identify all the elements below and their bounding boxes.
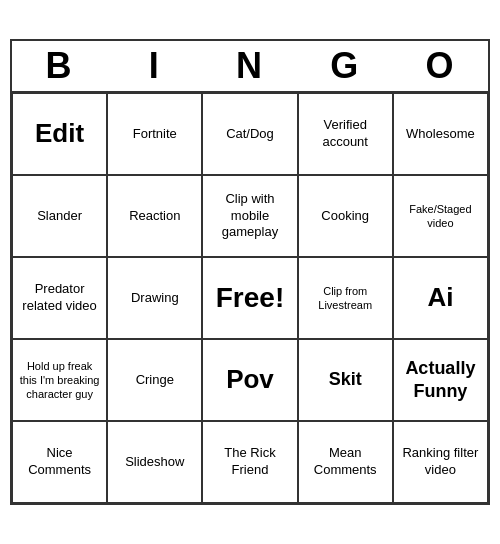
bingo-cell-0[interactable]: Edit [12,93,107,175]
header-g: G [298,41,393,91]
bingo-cell-11[interactable]: Drawing [107,257,202,339]
bingo-cell-3[interactable]: Verified account [298,93,393,175]
bingo-cell-5[interactable]: Slander [12,175,107,257]
bingo-cell-20[interactable]: Nice Comments [12,421,107,503]
bingo-cell-14[interactable]: Ai [393,257,488,339]
bingo-cell-21[interactable]: Slideshow [107,421,202,503]
bingo-cell-23[interactable]: Mean Comments [298,421,393,503]
bingo-cell-16[interactable]: Cringe [107,339,202,421]
bingo-cell-10[interactable]: Predator related video [12,257,107,339]
header-n: N [202,41,297,91]
bingo-cell-7[interactable]: Clip with mobile gameplay [202,175,297,257]
bingo-grid: EditFortniteCat/DogVerified accountWhole… [12,91,488,503]
bingo-cell-4[interactable]: Wholesome [393,93,488,175]
bingo-cell-22[interactable]: The Rick Friend [202,421,297,503]
bingo-cell-24[interactable]: Ranking filter video [393,421,488,503]
header-o: O [393,41,488,91]
header-b: B [12,41,107,91]
bingo-cell-1[interactable]: Fortnite [107,93,202,175]
bingo-header: B I N G O [12,41,488,91]
bingo-cell-15[interactable]: Hold up freak this I'm breaking characte… [12,339,107,421]
bingo-cell-8[interactable]: Cooking [298,175,393,257]
bingo-cell-12[interactable]: Free! [202,257,297,339]
bingo-cell-9[interactable]: Fake/Staged video [393,175,488,257]
bingo-cell-17[interactable]: Pov [202,339,297,421]
bingo-cell-13[interactable]: Clip from Livestream [298,257,393,339]
bingo-cell-2[interactable]: Cat/Dog [202,93,297,175]
header-i: I [107,41,202,91]
bingo-cell-6[interactable]: Reaction [107,175,202,257]
bingo-card: B I N G O EditFortniteCat/DogVerified ac… [10,39,490,505]
bingo-cell-19[interactable]: Actually Funny [393,339,488,421]
bingo-cell-18[interactable]: Skit [298,339,393,421]
